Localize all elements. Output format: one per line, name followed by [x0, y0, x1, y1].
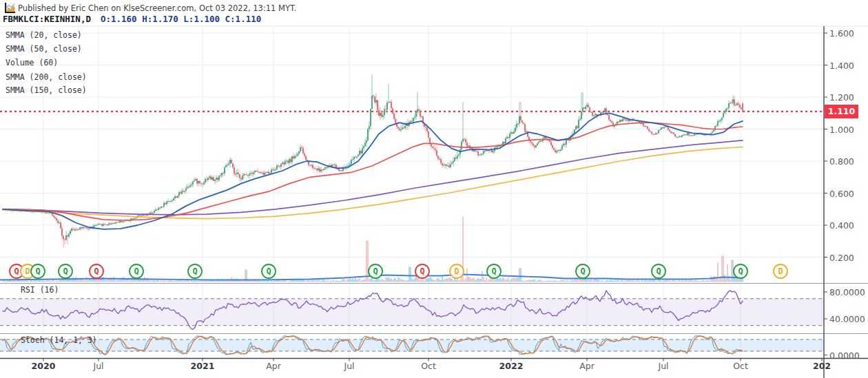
- svg-text:D: D: [778, 266, 783, 276]
- svg-text:Q: Q: [373, 266, 378, 276]
- stoch-panel-label[interactable]: Stoch (14, 1, 3): [21, 335, 97, 345]
- rsi-tick-label: 40.0000: [829, 314, 865, 324]
- indicator-bands: [0, 299, 824, 351]
- price-tick-label: 1.200: [829, 92, 854, 103]
- legend-volume[interactable]: Volume (60): [6, 58, 58, 67]
- price-tick-label: 1.400: [829, 60, 854, 70]
- svg-text:Q: Q: [192, 266, 197, 276]
- legend-smma50[interactable]: SMMA (50, close): [6, 44, 82, 54]
- ticker-line: FBMKLCI:KEINHIN,DO:1.160 H:1.170 L:1.100…: [3, 14, 261, 24]
- price-tick-label: 0.600: [829, 188, 854, 198]
- ticker-ohlc-values: O:1.160 H:1.170 L:1.100 C:1.110: [101, 14, 261, 24]
- svg-text:D: D: [454, 266, 459, 276]
- smma20-line: [3, 113, 743, 229]
- report-markers: QDQQQQQQQQDQQQQD: [10, 264, 787, 278]
- svg-text:Q: Q: [580, 266, 585, 276]
- marker-D[interactable]: D: [774, 264, 787, 278]
- svg-text:Q: Q: [94, 266, 99, 276]
- marker-Q[interactable]: Q: [576, 264, 590, 278]
- published-byline: Published by Eric Chen on KlseScreener.c…: [18, 3, 296, 13]
- marker-Q[interactable]: Q: [734, 264, 747, 278]
- svg-text:Q: Q: [491, 266, 496, 276]
- svg-text:Q: Q: [738, 266, 743, 276]
- svg-text:Q: Q: [35, 266, 40, 276]
- svg-text:Q: Q: [134, 266, 138, 276]
- rsi-tick-label: 80.0000: [829, 287, 865, 297]
- marker-Q[interactable]: Q: [130, 264, 143, 278]
- price-tick-label: 1.000: [829, 124, 854, 134]
- smma150-line: [3, 147, 743, 219]
- svg-text:Q: Q: [656, 266, 661, 276]
- marker-Q[interactable]: Q: [369, 264, 382, 278]
- legend-smma150[interactable]: SMMA (150, close): [6, 85, 87, 95]
- time-tick-label: Oct: [421, 361, 436, 371]
- marker-Q[interactable]: Q: [31, 264, 45, 278]
- marker-Q[interactable]: Q: [90, 264, 103, 278]
- smma200-line: [3, 140, 743, 215]
- marker-Q[interactable]: Q: [487, 264, 501, 278]
- current-price-label: 1.110: [825, 105, 858, 118]
- chart-canvas[interactable]: QDQQQQQQQQDQQQQD: [0, 0, 868, 378]
- marker-Q[interactable]: Q: [652, 264, 665, 278]
- time-tick-label: 202: [813, 361, 831, 371]
- stoch-tick-label: 0.0000: [829, 350, 860, 360]
- price-tick-label: 0.200: [829, 252, 854, 262]
- svg-text:D: D: [25, 266, 30, 276]
- svg-text:Q: Q: [14, 266, 19, 276]
- svg-text:Q: Q: [266, 266, 271, 276]
- price-tick-label: 0.400: [829, 220, 854, 231]
- marker-Q[interactable]: Q: [262, 264, 276, 278]
- time-tick-label: Jul: [344, 361, 354, 371]
- ticker-symbol: FBMKLCI:KEINHIN,D: [3, 14, 91, 24]
- time-tick-label: Oct: [733, 361, 748, 371]
- time-tick-label: Apr: [579, 361, 595, 371]
- rsi-panel-label[interactable]: RSI (16): [21, 285, 59, 295]
- price-tick-label: 1.600: [829, 28, 854, 39]
- svg-text:Q: Q: [63, 266, 68, 276]
- time-tick-label: 2022: [499, 361, 524, 371]
- marker-Q[interactable]: Q: [415, 264, 429, 278]
- legend-smma20[interactable]: SMMA (20, close): [6, 30, 82, 40]
- time-tick-label: Apr: [266, 361, 281, 371]
- time-tick-label: 2021: [191, 361, 215, 371]
- marker-Q[interactable]: Q: [188, 264, 202, 278]
- price-tick-label: 0.800: [829, 156, 854, 167]
- time-tick-label: 2020: [32, 361, 56, 371]
- marker-Q[interactable]: Q: [59, 264, 72, 278]
- legend-smma200[interactable]: SMMA (200, close): [6, 72, 87, 82]
- time-tick-label: Jul: [93, 361, 103, 371]
- klsescreener-logo-icon: [4, 2, 16, 14]
- marker-D[interactable]: D: [450, 264, 464, 278]
- svg-text:Q: Q: [420, 266, 424, 276]
- time-tick-label: Jul: [658, 361, 668, 371]
- chart-page: QDQQQQQQQQDQQQQD Published by Eric Chen …: [0, 0, 868, 378]
